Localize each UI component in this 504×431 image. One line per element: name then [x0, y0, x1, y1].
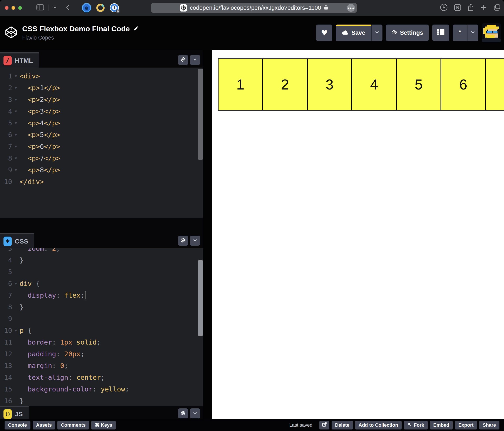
password-manager-extension-icon[interactable] [110, 3, 119, 12]
export-button[interactable]: Export [455, 421, 477, 430]
code-token [19, 166, 28, 174]
keys-button[interactable]: ⌘ Keys [91, 421, 116, 430]
fold-arrow-icon[interactable]: ▾ [12, 82, 19, 94]
stop-hand-extension-icon[interactable] [82, 3, 91, 12]
donut-extension-icon[interactable] [96, 4, 105, 12]
minimize-button[interactable] [11, 6, 15, 10]
chevron-down-icon [192, 57, 198, 63]
code-token: { [24, 326, 32, 334]
settings-button[interactable]: Settings [386, 25, 429, 41]
codepen-logo-icon[interactable] [5, 26, 18, 40]
code-line[interactable]: 11 border: 1px solid; [0, 336, 203, 348]
pin-button[interactable] [453, 25, 467, 41]
code-line[interactable]: 4} [0, 254, 203, 266]
js-settings-button[interactable] [178, 408, 188, 418]
comments-button[interactable]: Comments [57, 421, 89, 430]
notion-icon[interactable]: N [454, 4, 461, 12]
code-line[interactable]: 16} [0, 395, 203, 406]
html-editor-scrollbar[interactable] [198, 69, 203, 160]
code-line[interactable]: 12 padding: 20px; [0, 348, 203, 360]
code-line[interactable]: 6▾div { [0, 278, 203, 289]
html-settings-button[interactable] [178, 55, 188, 65]
code-line[interactable]: 1▾<div> [0, 70, 203, 82]
header-actions: ♥ Save Settings [316, 23, 501, 42]
css-code-editor[interactable]: 3 zoom: 2;4}56▾div {7 display: flex;8}91… [0, 248, 203, 406]
code-token: </p> [44, 131, 60, 139]
js-collapse-button[interactable] [190, 408, 200, 418]
code-line[interactable]: 10▾p { [0, 325, 203, 336]
address-bar[interactable]: codepen.io/flaviocopes/pen/xxJgxdo?edito… [151, 3, 357, 13]
download-icon[interactable] [440, 4, 448, 12]
delete-button[interactable]: Delete [332, 421, 353, 430]
sidebar-icon[interactable] [36, 4, 44, 11]
fork-button[interactable]: Fork [404, 421, 428, 430]
code-line[interactable]: 8} [0, 301, 203, 313]
open-preview-button[interactable] [319, 421, 329, 430]
button-label: Share [483, 422, 496, 428]
code-line[interactable]: 4▾ <p>3</p> [0, 105, 203, 117]
zoom-button[interactable] [18, 6, 22, 10]
extensions-menu-icon[interactable]: ●●● [347, 4, 355, 12]
code-token: flex [64, 291, 81, 299]
html-collapse-button[interactable] [190, 55, 200, 65]
code-token: 8 [40, 166, 44, 174]
fold-arrow-icon[interactable]: ▾ [12, 152, 19, 164]
fold-arrow-icon[interactable]: ▾ [12, 325, 19, 336]
fold-arrow-icon[interactable]: ▾ [12, 278, 19, 289]
save-dropdown-button[interactable] [371, 25, 382, 41]
fold-arrow-icon[interactable]: ▾ [12, 94, 19, 105]
fold-arrow-icon[interactable]: ▾ [12, 129, 19, 141]
like-button[interactable]: ♥ [316, 25, 332, 41]
edit-pencil-icon[interactable] [133, 26, 139, 32]
html-code-editor[interactable]: 1▾<div>2▾ <p>1</p>3▾ <p>2</p>4▾ <p>3</p>… [0, 68, 203, 218]
css-collapse-button[interactable] [190, 236, 200, 246]
console-button[interactable]: Console [5, 421, 30, 430]
editor-preview-divider[interactable] [203, 50, 212, 419]
code-line[interactable]: 2▾ <p>1</p> [0, 82, 203, 94]
button-label: Delete [335, 422, 349, 428]
code-line[interactable]: 7 display: flex; [0, 289, 203, 301]
code-line[interactable]: 3 zoom: 2; [0, 248, 203, 254]
tab-html: / HTML [0, 52, 39, 68]
fold-arrow-icon[interactable]: ▾ [12, 141, 19, 152]
code-token: yellow [101, 385, 125, 393]
change-view-button[interactable] [432, 25, 449, 41]
layout-view-icon [437, 29, 444, 36]
new-tab-icon[interactable] [480, 4, 487, 11]
avatar[interactable] [482, 23, 501, 42]
code-token: ; [56, 248, 60, 252]
assets-button[interactable]: Assets [33, 421, 55, 430]
code-line[interactable]: 9▾ <p>8</p> [0, 164, 203, 176]
code-line[interactable]: 13 margin: 0; [0, 360, 203, 371]
bottom-bar-right: DeleteAdd to CollectionForkEmbedExportSh… [332, 421, 499, 430]
code-line[interactable]: 7▾ <p>6</p> [0, 141, 203, 152]
add-to-collection-button[interactable]: Add to Collection [355, 421, 402, 430]
code-token: </p> [44, 119, 60, 127]
html-panel-label: HTML [15, 57, 33, 64]
share-button[interactable]: Share [479, 421, 499, 430]
code-line[interactable]: 8▾ <p>7</p> [0, 152, 203, 164]
code-line[interactable]: 5▾ <p>4</p> [0, 117, 203, 129]
code-line[interactable]: 15 background-color: yellow; [0, 383, 203, 395]
close-button[interactable] [5, 6, 9, 10]
save-button[interactable]: Save [336, 25, 371, 41]
fold-arrow-icon[interactable]: ▾ [12, 117, 19, 129]
code-line[interactable]: 14 text-align: center; [0, 371, 203, 383]
fold-arrow-icon[interactable]: ▾ [12, 70, 19, 82]
share-icon[interactable] [468, 4, 474, 12]
fold-arrow-icon[interactable]: ▾ [12, 164, 19, 176]
code-line[interactable]: 3▾ <p>2</p> [0, 94, 203, 105]
code-line[interactable]: 9 [0, 313, 203, 325]
chevron-down-icon[interactable] [52, 5, 58, 11]
code-line[interactable]: 6▾ <p>5</p> [0, 129, 203, 141]
pin-dropdown-button[interactable] [467, 25, 478, 41]
code-line[interactable]: 5 [0, 266, 203, 278]
tab-overview-icon[interactable] [493, 4, 501, 12]
css-settings-button[interactable] [178, 236, 188, 246]
code-line[interactable]: 10</div> [0, 176, 203, 187]
fold-arrow-icon[interactable]: ▾ [12, 105, 19, 117]
code-token: <p> [28, 96, 40, 103]
back-icon[interactable] [65, 4, 71, 11]
css-editor-scrollbar[interactable] [198, 260, 203, 336]
embed-button[interactable]: Embed [430, 421, 453, 430]
